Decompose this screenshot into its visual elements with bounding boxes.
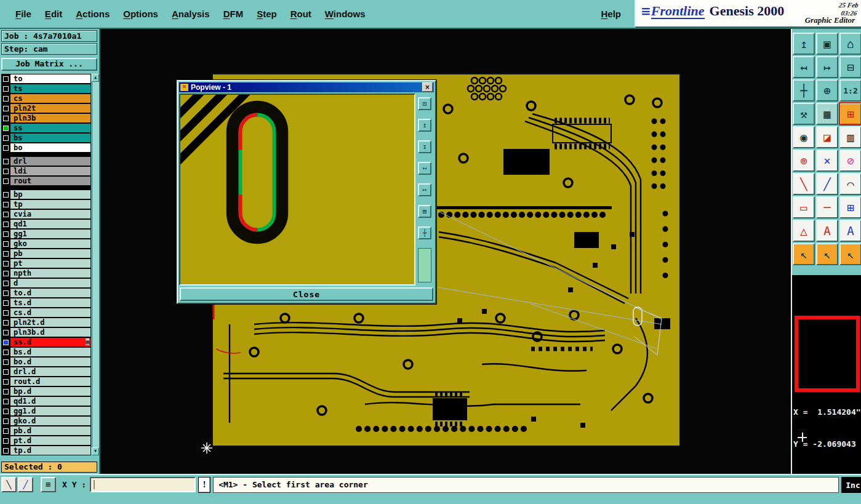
layer-visibility-toggle[interactable] bbox=[1, 426, 10, 436]
red-line-icon[interactable]: ╲ bbox=[793, 173, 815, 195]
popview-pan-right-icon[interactable]: ↦ bbox=[418, 183, 431, 196]
layer-visibility-toggle[interactable] bbox=[1, 327, 10, 337]
round-pads-icon[interactable]: ⊚ bbox=[793, 150, 815, 172]
layer-visibility-toggle[interactable] bbox=[1, 156, 10, 166]
line-icon[interactable]: ─ bbox=[816, 196, 838, 218]
menu-step[interactable]: Step bbox=[251, 0, 282, 28]
layer-row-cvia[interactable]: cvia bbox=[1, 209, 91, 219]
menu-help[interactable]: Help bbox=[601, 0, 621, 28]
layers-fill-icon[interactable]: ◪ bbox=[816, 126, 838, 148]
job-matrix-button[interactable]: Job Matrix ... bbox=[1, 58, 97, 71]
active-tool-icon[interactable]: ⊞ bbox=[839, 103, 861, 125]
layer-row-to.d[interactable]: to.d bbox=[1, 288, 91, 298]
menu-actions[interactable]: Actions bbox=[70, 0, 115, 28]
draw-line-icon[interactable]: ╱ bbox=[18, 477, 33, 492]
layer-visibility-toggle[interactable] bbox=[1, 298, 10, 308]
layer-visibility-toggle[interactable] bbox=[1, 84, 10, 94]
layer-row-tp.d[interactable]: tp.d bbox=[1, 446, 91, 455]
popview-center-icon[interactable]: ┼ bbox=[418, 226, 431, 239]
layer-visibility-toggle[interactable] bbox=[1, 318, 10, 327]
layer-visibility-toggle[interactable] bbox=[1, 357, 10, 367]
layer-visibility-toggle[interactable] bbox=[1, 190, 10, 199]
layer-row-bs.d[interactable]: bs.d bbox=[1, 347, 91, 357]
layer-row-bp[interactable]: bp bbox=[1, 190, 91, 199]
layer-visibility-toggle[interactable] bbox=[1, 166, 10, 176]
screen-home-icon[interactable]: ▣ bbox=[816, 33, 838, 55]
layer-visibility-toggle[interactable] bbox=[1, 386, 10, 396]
layer-row-pt[interactable]: pt bbox=[1, 258, 91, 268]
popview-zoom-out-icon[interactable]: ↧ bbox=[418, 140, 431, 153]
layer-visibility-toggle[interactable] bbox=[1, 337, 10, 347]
layer-visibility-toggle[interactable] bbox=[1, 123, 10, 133]
layer-row-cs[interactable]: cs bbox=[1, 94, 91, 103]
layer-visibility-toggle[interactable] bbox=[1, 347, 10, 357]
pcb-canvas[interactable]: ✕ Popview - 1 × bbox=[100, 29, 791, 474]
layer-visibility-toggle[interactable] bbox=[1, 143, 10, 153]
popview-zoom-in-icon[interactable]: ↥ bbox=[418, 119, 431, 132]
layer-visibility-toggle[interactable] bbox=[1, 268, 10, 278]
layer-row-ts.d[interactable]: ts.d bbox=[1, 298, 91, 308]
select-area-cursor-icon[interactable]: ↖ bbox=[839, 243, 861, 265]
layer-row-ldi[interactable]: ldi bbox=[1, 166, 91, 176]
layer-row-ss.d[interactable]: ss.d▦ bbox=[1, 337, 91, 347]
popview-titlebar[interactable]: ✕ Popview - 1 × bbox=[179, 82, 434, 92]
menu-windows[interactable]: Windows bbox=[319, 0, 371, 28]
layer-row-qd1[interactable]: qd1 bbox=[1, 219, 91, 229]
ruler-icon[interactable]: ▥ bbox=[839, 126, 861, 148]
popview-close-icon[interactable]: × bbox=[422, 82, 433, 92]
text-alt-icon[interactable]: A bbox=[839, 220, 861, 242]
delete-icon[interactable]: × bbox=[816, 150, 838, 172]
layer-row-gko[interactable]: gko bbox=[1, 239, 91, 249]
text-icon[interactable]: A bbox=[816, 220, 838, 242]
layer-visibility-toggle[interactable] bbox=[1, 406, 10, 416]
menu-dfm[interactable]: DFM bbox=[218, 0, 249, 28]
layer-visibility-toggle[interactable] bbox=[1, 74, 10, 84]
layer-row-pln3b.d[interactable]: pln3b.d bbox=[1, 327, 91, 337]
layer-row-rout[interactable]: rout bbox=[1, 176, 91, 186]
layer-row-gg1.d[interactable]: gg1.d bbox=[1, 406, 91, 416]
layer-row-pln2t.d[interactable]: pln2t.d bbox=[1, 318, 91, 327]
layer-row-pln2t[interactable]: pln2t bbox=[1, 103, 91, 113]
layer-row-bs[interactable]: bs bbox=[1, 133, 91, 143]
layer-visibility-toggle[interactable] bbox=[1, 258, 10, 268]
home-icon[interactable]: ⌂ bbox=[839, 33, 861, 55]
pan-right-icon[interactable]: ↦ bbox=[816, 56, 838, 78]
layer-row-qd1.d[interactable]: qd1.d bbox=[1, 396, 91, 406]
resize-icon[interactable]: ⊞ bbox=[839, 196, 861, 218]
menu-analysis[interactable]: Analysis bbox=[166, 0, 215, 28]
layer-visibility-toggle[interactable] bbox=[1, 446, 10, 455]
xy-input[interactable] bbox=[90, 477, 196, 492]
popview-pan-left-icon[interactable]: ↤ bbox=[418, 162, 431, 175]
popview-fit-icon[interactable]: ⊞ bbox=[418, 205, 431, 218]
layer-visibility-toggle[interactable] bbox=[1, 133, 10, 143]
layer-row-d[interactable]: d bbox=[1, 278, 91, 288]
rect-icon[interactable]: ▭ bbox=[793, 196, 815, 218]
layer-visibility-toggle[interactable] bbox=[1, 209, 10, 219]
popview-close-button[interactable]: Close bbox=[180, 287, 433, 301]
layer-row-gko.d[interactable]: gko.d bbox=[1, 416, 91, 426]
diagonal-line-icon[interactable]: ╲ bbox=[1, 477, 17, 492]
menu-rout[interactable]: Rout bbox=[285, 0, 317, 28]
layer-visibility-toggle[interactable] bbox=[1, 229, 10, 239]
pan-icon[interactable]: ┼ bbox=[793, 79, 815, 102]
layer-visibility-toggle[interactable] bbox=[1, 103, 10, 113]
select-add-cursor-icon[interactable]: ↖ bbox=[816, 243, 838, 265]
menu-edit[interactable]: Edit bbox=[39, 0, 68, 28]
layer-row-drl.d[interactable]: drl.d bbox=[1, 367, 91, 377]
polygon-icon[interactable]: △ bbox=[793, 220, 815, 242]
layer-visibility-toggle[interactable] bbox=[1, 94, 10, 103]
layer-row-pb.d[interactable]: pb.d bbox=[1, 426, 91, 436]
layer-row-bo[interactable]: bo bbox=[1, 143, 91, 153]
menu-file[interactable]: File bbox=[10, 0, 37, 28]
layer-row-to[interactable]: to bbox=[1, 74, 91, 84]
scrollbar-track[interactable] bbox=[92, 82, 99, 447]
layer-row-npth[interactable]: npth bbox=[1, 268, 91, 278]
layer-visibility-toggle[interactable] bbox=[1, 416, 10, 426]
layer-visibility-toggle[interactable] bbox=[1, 239, 10, 249]
layer-row-ss[interactable]: ss bbox=[1, 123, 91, 133]
layer-visibility-toggle[interactable] bbox=[1, 367, 10, 377]
grid-icon[interactable]: ▦ bbox=[816, 103, 838, 125]
zoom-ratio-button[interactable]: 1:2 bbox=[839, 79, 861, 102]
blue-line-icon[interactable]: ╱ bbox=[816, 173, 838, 195]
layer-row-pln3b[interactable]: pln3b bbox=[1, 113, 91, 123]
